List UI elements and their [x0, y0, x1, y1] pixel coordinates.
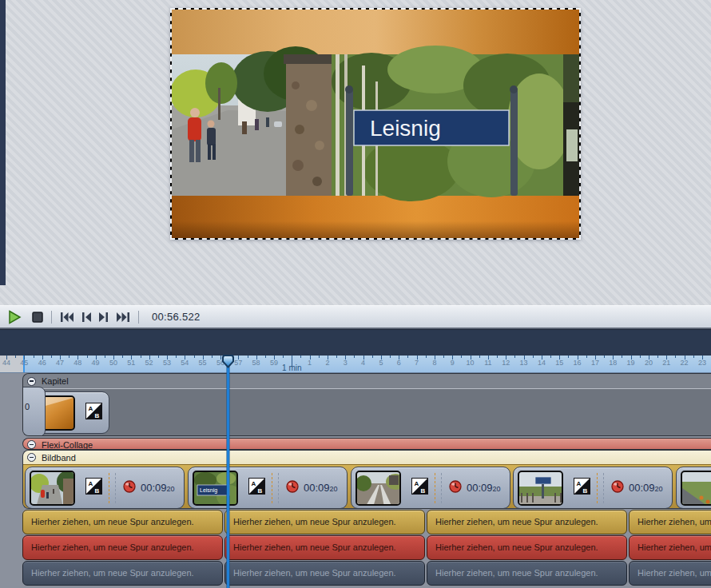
- left-edge-panel: [0, 0, 6, 285]
- track-number-panel[interactable]: 0: [22, 387, 46, 436]
- collapse-icon[interactable]: [27, 440, 36, 449]
- empty-track-segment[interactable]: Hierher ziehen, um neue Spur anzulegen.: [629, 510, 711, 534]
- track-label: Bildband: [42, 453, 76, 463]
- ruler-minor-tick: [426, 356, 427, 358]
- transition-ab-icon[interactable]: A B: [85, 403, 102, 423]
- transition-ab-icon[interactable]: AB: [574, 478, 590, 498]
- thumbnail-platform-sign: [518, 471, 563, 506]
- timeline-ruler[interactable]: 444546474849505152535455565758591 min123…: [0, 356, 711, 373]
- empty-track-segment[interactable]: Hierher ziehen, um neue Spur anzulegen.: [427, 561, 627, 586]
- bildband-clip[interactable]: AB00:0920: [513, 467, 673, 509]
- ruler-minor-tick: [336, 356, 337, 358]
- ruler-minor-tick: [479, 356, 480, 358]
- thumbnail-railway-tracks: [356, 471, 401, 506]
- ruler-minor-tick: [34, 356, 34, 358]
- svg-text:B: B: [95, 487, 100, 495]
- timecode-display: 00:56.522: [152, 311, 201, 323]
- ruler-minor-tick: [105, 356, 105, 358]
- separator: [51, 311, 52, 324]
- ruler-minor-tick: [69, 356, 70, 358]
- track-label: Kapitel: [42, 376, 69, 386]
- play-button[interactable]: [6, 308, 22, 327]
- thumbnail-street-scene: [30, 471, 75, 506]
- separator-dash: [278, 473, 279, 503]
- svg-text:A: A: [89, 480, 93, 487]
- track-label: Flexi-Collage: [42, 440, 93, 450]
- transition-ab-icon[interactable]: AB: [85, 478, 102, 498]
- playhead-line[interactable]: [227, 367, 229, 588]
- ruler-minor-tick: [657, 356, 658, 358]
- ruler-minor-tick: [122, 356, 123, 358]
- separator-dash: [441, 473, 442, 503]
- ruler-minor-tick: [372, 356, 373, 358]
- ruler-minor-tick: [693, 356, 694, 358]
- empty-track-segment[interactable]: Hierher ziehen, um neue Spur anzulegen.: [224, 510, 425, 534]
- transport-bar: 00:56.522: [0, 305, 711, 329]
- ruler-minor-tick: [604, 356, 605, 358]
- ruler-minor-tick: [87, 356, 88, 358]
- video-preview-image: Leisnig: [172, 10, 579, 238]
- empty-track-segment[interactable]: Hierher ziehen, um neue Spur anzulegen.: [224, 561, 425, 586]
- track-header-bildband[interactable]: Bildband: [23, 451, 711, 464]
- bildband-clip[interactable]: AB00:0920: [25, 467, 185, 509]
- thumbnail-village-roofs: [681, 471, 711, 506]
- stop-button[interactable]: [32, 308, 43, 327]
- ruler-minor-tick: [640, 356, 641, 358]
- thumbnail-leisnig-sign: Leisnig: [193, 471, 238, 506]
- track-bildband: Bildband AB00:0920 Leisnig AB00:0920 AB0…: [22, 450, 711, 509]
- collapse-icon[interactable]: [27, 377, 36, 386]
- clock-icon: [123, 480, 136, 496]
- transition-ab-icon[interactable]: AB: [248, 478, 265, 498]
- svg-text:Leisnig: Leisnig: [200, 487, 217, 494]
- skip-to-start-button[interactable]: [60, 308, 74, 327]
- clock-icon: [611, 480, 624, 496]
- empty-track-row-red: Hierher ziehen, um neue Spur anzulegen. …: [22, 535, 711, 560]
- collapse-icon[interactable]: [27, 453, 36, 462]
- ruler-minor-tick: [586, 356, 587, 358]
- chapter-marker-dash: [435, 473, 435, 503]
- track-kapitel: Kapitel A B 0: [22, 373, 711, 436]
- ruler-minor-tick: [248, 356, 248, 358]
- transition-ab-icon[interactable]: AB: [411, 478, 428, 498]
- ruler-minor-tick: [497, 356, 498, 358]
- empty-track-segment[interactable]: Hierher ziehen, um neue Spur anzulegen.: [22, 561, 223, 586]
- empty-track-segment[interactable]: Hierher ziehen, um neue Spur anzulegen.: [224, 535, 425, 560]
- ruler-minor-tick: [407, 356, 408, 358]
- chapter-marker-dash: [597, 473, 598, 503]
- empty-track-row-yellow: Hierher ziehen, um neue Spur anzulegen. …: [22, 510, 711, 534]
- bildband-clip[interactable]: AB00:0920: [676, 467, 711, 509]
- empty-track-segment[interactable]: Hierher ziehen, um neue Spur anzulegen.: [629, 561, 711, 586]
- bildband-clip-row: AB00:0920 Leisnig AB00:0920 AB00:0920 AB…: [23, 464, 711, 509]
- empty-track-segment[interactable]: Hierher ziehen, um neue Spur anzulegen.: [427, 535, 627, 560]
- ruler-minor-tick: [354, 356, 355, 358]
- ruler-minor-tick: [300, 356, 301, 358]
- empty-track-segment[interactable]: Hierher ziehen, um neue Spur anzulegen.: [22, 535, 223, 560]
- video-preview-frame[interactable]: Leisnig: [170, 8, 581, 240]
- frame-back-button[interactable]: [81, 308, 92, 327]
- ruler-minor-tick: [158, 356, 159, 358]
- clip-duration: 00:0920: [141, 482, 175, 494]
- empty-track-segment[interactable]: Hierher ziehen, um neue Spur anzulegen.: [22, 510, 223, 534]
- track-header-kapitel[interactable]: Kapitel: [23, 374, 711, 389]
- bildband-clip[interactable]: AB00:0920: [351, 467, 510, 509]
- svg-text:B: B: [421, 487, 426, 495]
- ruler-minor-tick: [176, 356, 177, 358]
- track-header-flexi-collage[interactable]: Flexi-Collage: [23, 439, 711, 450]
- chapter-marker-dash: [272, 473, 272, 503]
- ruler-minor-tick: [283, 356, 284, 358]
- bildband-clip[interactable]: Leisnig AB00:0920: [188, 467, 348, 509]
- svg-text:A: A: [252, 480, 256, 487]
- clock-icon: [286, 480, 299, 496]
- empty-track-segment[interactable]: Hierher ziehen, um neue Spur anzulegen.: [629, 535, 711, 560]
- separator: [138, 311, 139, 324]
- svg-text:A: A: [577, 480, 582, 487]
- svg-text:B: B: [583, 487, 588, 495]
- skip-to-end-button[interactable]: [116, 308, 130, 327]
- chapter-marker-dash: [109, 473, 109, 503]
- svg-text:B: B: [258, 487, 263, 495]
- empty-track-segment[interactable]: Hierher ziehen, um neue Spur anzulegen.: [427, 510, 627, 534]
- frame-forward-button[interactable]: [98, 308, 109, 327]
- ruler-minor-tick: [675, 356, 676, 358]
- timeline-tracks: Kapitel A B 0: [0, 373, 711, 588]
- ruler-minor-tick: [461, 356, 462, 358]
